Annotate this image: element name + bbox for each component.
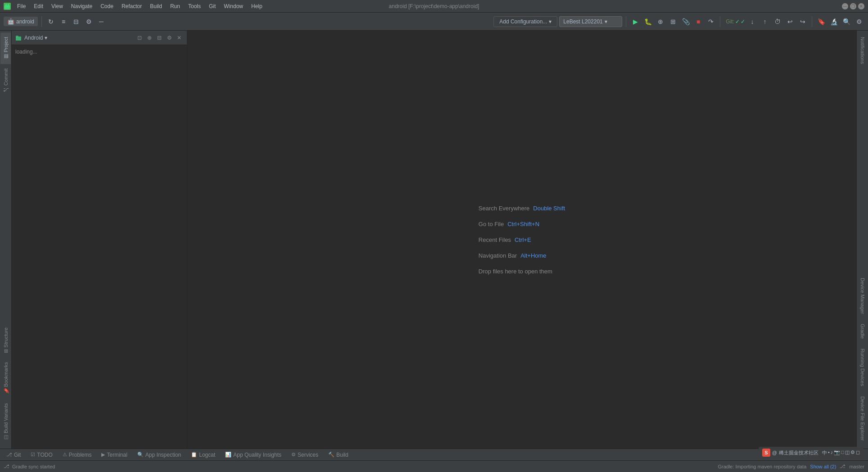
bookmark-btn[interactable]: 🔖 [816,16,827,27]
build-variants-icon: ◫ [3,435,9,440]
collapse-btn[interactable]: ─ [96,16,107,27]
close-button[interactable]: ✕ [858,3,864,9]
collapse-all-btn[interactable]: ⊟ [155,34,163,42]
search-everywhere-btn[interactable]: 🔍 [841,16,852,27]
menu-view[interactable]: View [48,2,67,10]
sidebar-item-structure[interactable]: ⊞ Structure [0,323,11,358]
project-content: loading... [12,45,187,449]
toolbar-btn-2[interactable]: ≡ [58,16,69,27]
tab-git-label: Git [14,452,21,458]
menu-run[interactable]: Run [167,2,184,10]
menu-build[interactable]: Build [146,2,166,10]
tab-problems[interactable]: ⚠ Problems [58,450,96,460]
minimize-button[interactable]: — [842,3,848,9]
tab-git[interactable]: ⎇ Git [2,450,25,460]
sidebar-item-gradle[interactable]: Gradle [858,319,868,343]
sidebar-item-build-variants[interactable]: ◫ Build Variants [0,399,11,445]
debug-btn[interactable]: 🐛 [642,16,653,27]
tab-problems-label: Problems [69,452,92,458]
menu-git[interactable]: Git [205,2,219,10]
toolbar-btn-3[interactable]: ⊟ [71,16,81,27]
window-controls: — ❐ ✕ [842,3,864,9]
menu-window[interactable]: Window [220,2,247,10]
loading-text: loading... [15,49,37,55]
gradle-label: Gradle [860,324,865,339]
editor-area: Search Everywhere Double Shift Go to Fil… [187,31,856,449]
separator-4 [812,16,812,27]
tab-todo[interactable]: ☑ TODO [26,450,57,460]
tab-build[interactable]: 🔨 Build [324,450,353,460]
run-config-arrow: ▾ [605,18,607,25]
nav-bar-label: Navigation Bar [479,252,517,259]
menu-help[interactable]: Help [248,2,266,10]
sidebar-item-project[interactable]: ▤ Project [0,32,11,64]
git-section: Git: ✓ ✓ [726,18,745,25]
menu-tools[interactable]: Tools [185,2,204,10]
menu-edit[interactable]: Edit [30,2,47,10]
project-selector[interactable]: 🤖 android [4,17,38,26]
left-panel-strip: ▤ Project ⎇ Commit ⊞ Structure 🔖 Bookmar… [0,31,12,449]
coverage-btn[interactable]: ⊕ [655,16,666,27]
todo-tab-icon: ☑ [31,452,35,458]
undo-btn[interactable]: ↩ [785,16,796,27]
sidebar-item-commit[interactable]: ⎇ Commit [0,64,11,97]
tab-app-inspection[interactable]: 🔍 App Inspection [133,450,185,460]
add-configuration-button[interactable]: Add Configuration... ▾ [493,16,557,27]
scroll-from-source-btn[interactable]: ⊕ [145,34,154,42]
window-title: android [F:\project\demo-app\android] [389,3,479,9]
inspect-btn[interactable]: 🔬 [828,16,839,27]
step-over-btn[interactable]: ↷ [705,16,716,27]
goto-file-key: Ctrl+Shift+N [507,221,539,227]
tab-logcat[interactable]: 📋 Logcat [186,450,220,460]
run-btn[interactable]: ▶ [630,16,641,27]
status-left: ⎇ Gradle sync started [4,463,55,469]
dropdown-arrow: ▾ [45,35,47,41]
ide-settings-btn[interactable]: ⚙ [854,16,864,27]
tab-terminal[interactable]: ▶ Terminal [97,450,131,460]
show-all-btn[interactable]: Show all (2) [810,464,836,469]
separator-1 [41,16,42,27]
project-panel-header: Android ▾ ⊡ ⊕ ⊟ ⚙ ✕ [12,31,187,45]
nav-bar-key: Alt+Home [520,252,546,259]
git-history-btn[interactable]: ⏱ [772,16,783,27]
sidebar-item-notifications[interactable]: Notifications [858,32,868,68]
project-panel-close-btn[interactable]: ✕ [175,34,183,42]
profile-btn[interactable]: ⊞ [668,16,678,27]
attach-btn[interactable]: 📎 [680,16,691,27]
tab-todo-label: TODO [37,452,52,458]
sync-btn[interactable]: ↻ [45,16,56,27]
git-push-btn[interactable]: ↑ [760,16,770,27]
recent-files-shortcut: Recent Files Ctrl+E [479,236,565,243]
build-icon: 🔨 [328,452,335,458]
tab-app-quality[interactable]: 📊 App Quality Insights [221,450,286,460]
right-panel-strip: Notifications Device Manager Gradle Runn… [856,31,868,449]
status-bar: ⎇ Gradle sync started Gradle: Importing … [0,460,868,472]
git-update-btn[interactable]: ↓ [747,16,758,27]
sidebar-item-device-file[interactable]: Device File Explorer [858,392,868,445]
title-bar: File Edit View Navigate Code Refactor Bu… [0,0,868,13]
tab-services[interactable]: ⚙ Services [287,450,323,460]
tab-logcat-label: Logcat [199,452,215,458]
menu-code[interactable]: Code [97,2,117,10]
device-file-label: Device File Explorer [860,396,865,440]
compact-directories-btn[interactable]: ⊡ [136,34,144,42]
watermark-text: 稀土掘金技术社区 [779,449,818,456]
menu-navigate[interactable]: Navigate [68,2,96,10]
sidebar-item-bookmarks[interactable]: 🔖 Bookmarks [0,358,11,399]
run-config-dropdown[interactable]: LeBest L202201 ▾ [559,16,622,27]
view-type-dropdown[interactable]: Android ▾ [24,35,47,41]
logcat-icon: 📋 [191,452,197,458]
settings-btn[interactable]: ⚙ [83,16,94,27]
recent-files-label: Recent Files [479,236,511,243]
terminal-tab-icon: ▶ [101,452,105,458]
project-settings-btn[interactable]: ⚙ [165,34,173,42]
sidebar-item-running-devices[interactable]: Running Devices [858,344,868,390]
menu-file[interactable]: File [14,2,29,10]
svg-rect-2 [8,4,9,6]
menu-refactor[interactable]: Refactor [118,2,145,10]
restore-button[interactable]: ❐ [850,3,856,9]
stop-btn[interactable]: ■ [693,16,704,27]
redo-btn[interactable]: ↪ [797,16,808,27]
sidebar-item-device-manager[interactable]: Device Manager [858,273,868,318]
tab-services-label: Services [298,452,318,458]
